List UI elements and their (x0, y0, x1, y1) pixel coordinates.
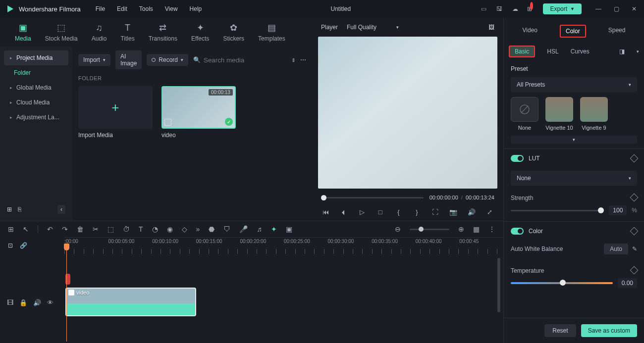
snapshot-mode-icon[interactable]: 🖼 (488, 24, 494, 31)
preset-vignette-9[interactable]: Vignette 9 (580, 97, 608, 131)
menu-edit[interactable]: Edit (117, 5, 127, 12)
sidebar-folder[interactable]: Folder (4, 65, 68, 80)
export-button[interactable]: Export ▼ (543, 3, 582, 14)
apps-icon[interactable]: ⊞ (527, 5, 535, 13)
crop-icon[interactable]: ⬚ (107, 225, 114, 233)
new-folder-icon[interactable]: ⊞ (7, 206, 12, 213)
folder-out-icon[interactable]: ⎘ (18, 206, 21, 213)
device-icon[interactable]: ▭ (480, 5, 487, 13)
split-icon[interactable]: ✂ (93, 225, 99, 233)
zoom-slider[interactable] (410, 229, 449, 230)
fullscreen-icon[interactable]: ⤢ (485, 208, 494, 216)
volume-icon[interactable]: 🔊 (467, 208, 476, 216)
import-button[interactable]: Import▾ (78, 54, 110, 66)
tab-speed[interactable]: Speed (603, 25, 631, 38)
more-tl-icon[interactable]: » (196, 225, 200, 233)
tab-stickers[interactable]: ✿Stickers (223, 22, 244, 42)
filter-icon[interactable]: ⫾ (292, 56, 295, 63)
strength-value[interactable]: 100 (609, 205, 627, 215)
keyframe-icon[interactable] (630, 154, 639, 163)
track-video-icon[interactable]: 🎞 (7, 299, 13, 306)
tab-color[interactable]: Color (560, 25, 586, 38)
ai-image-button[interactable]: AI Image (115, 50, 142, 69)
step-back-icon[interactable]: ⏴ (339, 208, 348, 216)
sidebar-item-global-media[interactable]: ▸Global Media (4, 80, 68, 95)
tl-options-icon[interactable]: ⋮ (488, 225, 495, 233)
subtab-hsl[interactable]: HSL (547, 48, 558, 55)
tl-apps-icon[interactable]: ⊞ (8, 225, 14, 233)
undo-icon[interactable]: ↶ (47, 225, 53, 233)
search-input[interactable] (204, 56, 287, 64)
menu-help[interactable]: Help (190, 5, 202, 12)
sidebar-item-cloud-media[interactable]: ▸Cloud Media (4, 95, 68, 110)
save-icon[interactable]: 🖫 (495, 5, 503, 13)
keyframe-icon[interactable] (630, 227, 639, 236)
temperature-slider[interactable] (511, 282, 613, 284)
mic-icon[interactable]: 🎤 (239, 225, 248, 233)
save-custom-button[interactable]: Save as custom (581, 324, 637, 337)
mask-icon[interactable]: ◉ (167, 225, 173, 233)
preset-dropdown[interactable]: All Presets ▾ (511, 77, 637, 92)
render-icon[interactable]: ▣ (286, 225, 292, 233)
timeline-scrollbar[interactable] (497, 258, 500, 312)
color-toggle[interactable] (511, 228, 524, 235)
play-icon[interactable]: ▷ (358, 208, 367, 216)
preset-vignette-10[interactable]: Vignette 10 (545, 97, 573, 131)
maximize-icon[interactable]: ▢ (612, 5, 620, 13)
mark-in-icon[interactable]: { (394, 208, 403, 216)
subtab-basic[interactable]: Basic (509, 46, 535, 57)
sidebar-item-adjustment-layer[interactable]: ▸Adjustment La... (4, 110, 68, 125)
eyedropper-icon[interactable]: ✎ (632, 245, 637, 252)
highlight-icon[interactable]: ✦ (271, 225, 277, 233)
preview-viewport[interactable] (318, 37, 497, 189)
timeline-track-area[interactable]: video (64, 254, 503, 343)
lut-toggle[interactable] (511, 155, 524, 162)
delete-icon[interactable]: 🗑 (77, 225, 84, 233)
snapshot-icon[interactable]: 📷 (449, 208, 458, 216)
media-clip[interactable]: 00:00:13 ✓ (161, 86, 236, 129)
audio-mix-icon[interactable]: ♬ (257, 225, 262, 233)
mark-out-icon[interactable]: } (412, 208, 421, 216)
timeline-ruler[interactable]: :00:00 00:00:05:00 00:00:10:00 00:00:15:… (64, 237, 503, 254)
tl-pin-icon[interactable]: ⊡ (8, 242, 13, 249)
zoom-out-icon[interactable]: ⊖ (395, 225, 401, 233)
shield-icon[interactable]: ⛉ (223, 225, 230, 233)
tab-video[interactable]: Video (518, 25, 542, 38)
menu-tools[interactable]: Tools (139, 5, 153, 12)
more-icon[interactable]: ⋯ (300, 56, 306, 63)
preview-scrubber[interactable] (321, 197, 424, 198)
lut-select[interactable]: None ▾ (511, 171, 637, 186)
tab-stock-media[interactable]: ⬚Stock Media (45, 22, 78, 42)
collapse-sidebar-icon[interactable]: ‹ (57, 205, 65, 214)
compare-icon[interactable]: ◨ (619, 48, 625, 55)
cloud-icon[interactable]: ☁ (511, 5, 519, 13)
prev-frame-icon[interactable]: ⏮ (321, 208, 330, 216)
tab-transitions[interactable]: ⇄Transitions (149, 22, 177, 42)
tab-templates[interactable]: ▤Templates (258, 22, 285, 42)
tab-media[interactable]: ▣Media (15, 22, 31, 42)
preset-expand[interactable]: ▾ (511, 136, 637, 144)
track-visible-icon[interactable]: 👁 (47, 299, 54, 306)
sidebar-item-project-media[interactable]: ▸Project Media (4, 50, 68, 65)
menu-file[interactable]: File (96, 5, 105, 12)
marker-icon[interactable]: ⬣ (209, 225, 215, 233)
menu-view[interactable]: View (165, 5, 178, 12)
preset-none[interactable]: None (511, 97, 538, 131)
keyframe-icon[interactable] (630, 266, 639, 275)
minimize-icon[interactable]: — (594, 5, 602, 13)
quality-select[interactable]: Full Quality▾ (347, 24, 399, 31)
import-media-tile[interactable]: + (78, 86, 153, 129)
text-icon[interactable]: T (139, 225, 143, 233)
record-button[interactable]: Record▾ (147, 54, 188, 66)
subtab-curves[interactable]: Curves (571, 48, 590, 55)
speed-icon[interactable]: ⏱ (123, 225, 130, 233)
timeline-clip[interactable]: video (65, 288, 196, 316)
track-mute-icon[interactable]: 🔊 (33, 299, 41, 306)
tl-select-icon[interactable]: ↖ (23, 225, 29, 233)
chevron-down-icon[interactable]: ▾ (637, 49, 639, 54)
reset-button[interactable]: Reset (544, 324, 576, 337)
keyframe-icon[interactable] (630, 194, 639, 202)
zoom-in-icon[interactable]: ⊕ (458, 225, 464, 233)
display-icon[interactable]: ⛶ (430, 208, 439, 216)
tab-audio[interactable]: ♫Audio (92, 23, 107, 42)
